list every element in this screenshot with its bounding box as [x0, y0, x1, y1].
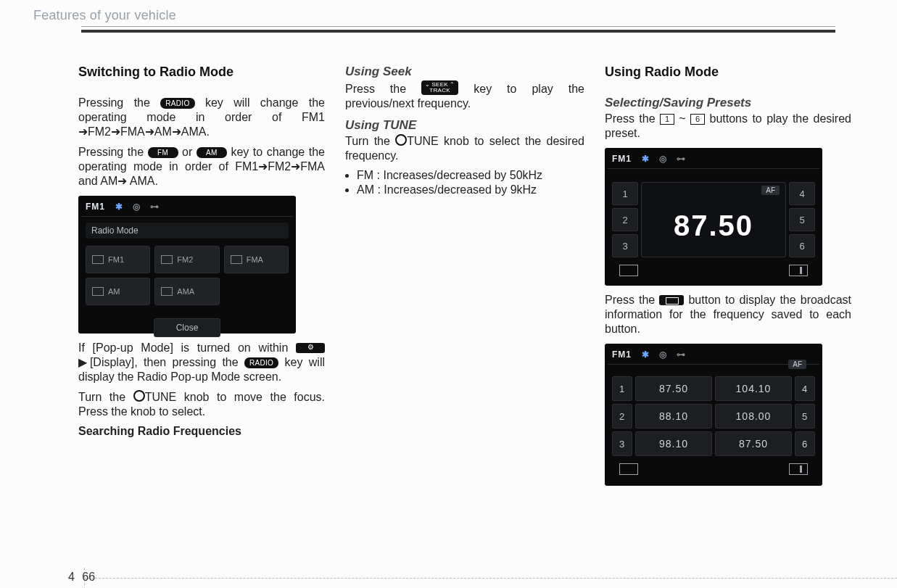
page-number-value: 66 [82, 571, 95, 583]
label: FMA [247, 255, 263, 264]
footer-dashes [84, 578, 897, 579]
usb-icon: ⊶ [677, 154, 685, 164]
af-badge: AF [788, 360, 806, 369]
preset-num[interactable]: 2 [612, 404, 632, 428]
mode-button-fm2[interactable]: FM2 [154, 246, 219, 273]
preset-freq[interactable]: 98.10 [635, 431, 712, 456]
scan-icon[interactable] [789, 463, 808, 475]
chapter-number: 4 [68, 571, 75, 583]
seek-track-key: SEEK TRACK [421, 80, 458, 95]
preset-freq[interactable]: 104.10 [715, 376, 792, 401]
col2-seek-p: Press the SEEK TRACK key to play the pre… [345, 80, 584, 111]
screen-bottombar [612, 463, 815, 475]
column-2: Using Seek Press the SEEK TRACK key to p… [345, 65, 584, 493]
band-label: FM1 [612, 349, 632, 360]
list-icon[interactable] [619, 463, 638, 475]
preset-num[interactable]: 3 [612, 431, 632, 456]
tilde: ~ [679, 112, 685, 125]
preset-list-key-icon [659, 295, 684, 305]
screen-bottombar [612, 265, 815, 276]
usb-icon: ⊶ [150, 202, 159, 212]
col2-tune-p: Turn the TUNE knob to select the desired… [345, 134, 584, 163]
three-columns: Switching to Radio Mode Pressing the RAD… [78, 65, 864, 493]
preset-freq[interactable]: 87.50 [715, 431, 792, 456]
radio-key: RADIO [160, 98, 194, 109]
usb-icon: ⊶ [677, 349, 685, 360]
col3-title: Using Radio Mode [605, 65, 851, 80]
radio-icon [92, 255, 104, 264]
close-button[interactable]: Close [154, 318, 220, 337]
radio-icon [231, 255, 242, 264]
header-rule [81, 26, 835, 33]
tune-heading: Using TUNE [345, 118, 584, 133]
frequency-value: 87.50 [674, 210, 753, 242]
preset-num[interactable]: 1 [612, 376, 632, 401]
radio-icon [161, 255, 173, 264]
divider [608, 364, 819, 365]
label: AM [108, 287, 120, 296]
text: Press the [605, 112, 660, 125]
radio-icon [161, 287, 173, 296]
preset-num[interactable]: 5 [795, 404, 815, 428]
col3-p2: Press the button to display the broadcas… [605, 293, 851, 336]
text: Press the [605, 294, 659, 306]
preset-freq[interactable]: 88.10 [635, 404, 712, 428]
preset-6-key: 6 [690, 114, 705, 125]
frequency-display: AF 87.50 [641, 182, 786, 257]
disc-icon: ◎ [659, 349, 666, 360]
preset-1[interactable]: 1 [612, 182, 638, 205]
divider [81, 216, 293, 217]
preset-2[interactable]: 2 [612, 208, 638, 231]
bullet-am: AM : Increases/decreased by 9kHz [357, 183, 584, 196]
label: FM1 [108, 255, 124, 264]
seek-heading: Using Seek [345, 65, 584, 79]
list-icon[interactable] [619, 265, 638, 276]
screenshot-preset-list: FM1 ✱ ◎ ⊶ AF 1 87.50 104.10 4 2 88.10 10… [605, 344, 822, 486]
preset-3[interactable]: 3 [612, 234, 638, 257]
col3-sub1: Selecting/Saving Presets [605, 96, 851, 110]
divider [608, 168, 819, 169]
mode-button-fma[interactable]: FMA [224, 246, 289, 273]
text: Pressing the [78, 146, 148, 158]
col1-subheading-2: Searching Radio Frequencies [78, 425, 325, 438]
preset-freq[interactable]: 87.50 [635, 376, 712, 401]
bluetooth-icon: ✱ [642, 154, 649, 164]
screen-topbar: FM1 ✱ ◎ ⊶ [612, 349, 815, 360]
disc-icon: ◎ [133, 202, 140, 212]
preset-col-right: 4 5 6 [789, 182, 815, 257]
preset-num[interactable]: 4 [795, 376, 815, 401]
frequency-layout: 1 2 3 AF 87.50 4 5 6 [612, 182, 815, 257]
band-label: FM1 [612, 154, 632, 164]
col1-p1: Pressing the RADIO key will change the o… [78, 96, 325, 139]
preset-4[interactable]: 4 [789, 182, 815, 205]
col3-p1: Press the 1 ~ 6 buttons to play the desi… [605, 112, 851, 141]
preset-1-key: 1 [660, 114, 674, 125]
scan-icon[interactable] [789, 265, 808, 276]
text: If [Pop-up Mode] is turned on within [78, 341, 296, 354]
band-label: FM1 [86, 202, 105, 212]
mode-button-ama[interactable]: AMA [154, 278, 219, 305]
page: Features of your vehicle Switching to Ra… [0, 0, 897, 588]
label: AMA [177, 287, 194, 296]
settings-key-icon [296, 343, 325, 353]
mode-button-fm1[interactable]: FM1 [86, 246, 150, 273]
screenshot-preset-frequency: FM1 ✱ ◎ ⊶ 1 2 3 AF 87.50 [605, 148, 822, 286]
page-number: 4 66 [68, 571, 95, 584]
screen-topbar: FM1 ✱ ◎ ⊶ [612, 154, 815, 164]
preset-5[interactable]: 5 [789, 208, 815, 231]
col1-p2: Pressing the FM or AM key to change the … [78, 145, 325, 189]
preset-num[interactable]: 6 [795, 431, 815, 456]
preset-6[interactable]: 6 [789, 234, 815, 257]
mode-button-am[interactable]: AM [86, 278, 150, 305]
text: Press the [345, 83, 421, 95]
preset-freq[interactable]: 108.00 [715, 404, 792, 428]
text: or [182, 146, 197, 158]
bluetooth-icon: ✱ [642, 349, 649, 360]
seek-label-bottom: TRACK [425, 88, 455, 94]
screen-topbar: FM1 ✱ ◎ ⊶ [86, 202, 289, 212]
col1-p4: Turn the Turn the TUNE knob to move the … [78, 390, 325, 419]
tune-bullets: FM : Increases/decreased by 50kHz AM : I… [345, 169, 584, 196]
text: Pressing the [78, 96, 160, 109]
disc-icon: ◎ [659, 154, 666, 164]
tune-knob-icon [133, 390, 145, 402]
